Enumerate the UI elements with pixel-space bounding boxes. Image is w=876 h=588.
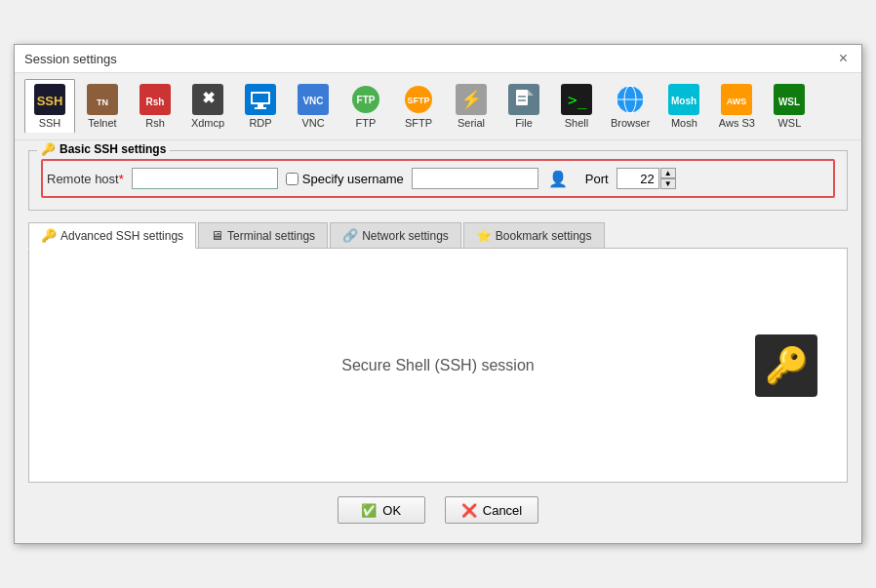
protocol-sftp[interactable]: SFTP SFTP [393, 79, 444, 134]
browser-label: Browser [611, 117, 650, 129]
ssh-label: SSH [39, 117, 61, 129]
port-spinners: ▲ ▼ [660, 168, 676, 189]
rsh-icon: Rsh [139, 84, 171, 115]
protocol-shell[interactable]: >_ Shell [551, 79, 602, 134]
serial-icon: ⚡ [456, 84, 487, 115]
remote-host-label: Remote host* [47, 172, 124, 186]
ok-label: OK [382, 503, 401, 518]
dialog-title: Session settings [24, 52, 117, 66]
protocol-vnc[interactable]: VNC VNC [288, 79, 338, 134]
sub-tabs-container: 🔑 Advanced SSH settings 🖥 Terminal setti… [28, 222, 848, 483]
protocol-browser[interactable]: Browser [604, 79, 657, 134]
shell-icon: >_ [561, 84, 592, 115]
tab-advanced-ssh[interactable]: 🔑 Advanced SSH settings [28, 222, 196, 249]
cancel-icon: ❌ [461, 503, 477, 518]
specify-username-label: Specify username [302, 172, 404, 186]
svg-text:WSL: WSL [778, 97, 800, 107]
protocol-rsh[interactable]: Rsh Rsh [130, 79, 180, 134]
tab-bookmark[interactable]: ⭐ Bookmark settings [463, 222, 605, 248]
vnc-icon: VNC [298, 84, 329, 115]
port-input[interactable] [617, 168, 659, 189]
telnet-icon: TN [87, 84, 118, 115]
wsl-icon: WSL [774, 84, 805, 115]
svg-rect-24 [518, 96, 526, 98]
protocol-mosh[interactable]: Mosh Mosh [658, 79, 709, 134]
xdmcp-label: Xdmcp [191, 117, 224, 129]
protocol-ssh[interactable]: SSH SSH [24, 79, 75, 134]
rdp-label: RDP [249, 117, 271, 129]
mosh-label: Mosh [671, 117, 697, 129]
svg-rect-10 [253, 94, 268, 102]
port-label: Port [585, 172, 609, 186]
shell-label: Shell [565, 117, 588, 129]
file-label: File [515, 117, 533, 129]
protocol-awss3[interactable]: AWS Aws S3 [711, 79, 762, 134]
protocol-telnet[interactable]: TN Telnet [77, 79, 128, 134]
sftp-label: SFTP [405, 117, 432, 129]
remote-host-input[interactable] [132, 168, 278, 189]
session-settings-dialog: Session settings × SSH SSH TN Telnet [14, 44, 862, 544]
basic-settings-row: Remote host* Specify username 👤 Port ▲ ▼ [41, 159, 835, 198]
session-type-label: Secure Shell (SSH) session [341, 357, 534, 374]
ssh-icon: SSH [34, 84, 65, 115]
protocol-file[interactable]: File [498, 79, 549, 134]
protocol-serial[interactable]: ⚡ Serial [446, 79, 497, 134]
protocol-bar: SSH SSH TN Telnet Rsh Rsh [15, 73, 861, 140]
button-row: ✅ OK ❌ Cancel [28, 483, 848, 533]
tab-terminal[interactable]: 🖥 Terminal settings [198, 222, 328, 248]
advanced-ssh-tab-icon: 🔑 [41, 228, 57, 243]
protocol-xdmcp[interactable]: ✖ Xdmcp [182, 79, 233, 134]
tabs-bar: 🔑 Advanced SSH settings 🖥 Terminal setti… [28, 222, 848, 249]
vnc-label: VNC [301, 117, 324, 129]
protocol-ftp[interactable]: FTP FTP [340, 79, 391, 134]
port-input-wrap: ▲ ▼ [617, 168, 676, 189]
ftp-label: FTP [356, 117, 377, 129]
cancel-button[interactable]: ❌ Cancel [445, 496, 538, 524]
sftp-icon: SFTP [403, 84, 434, 115]
tab-network[interactable]: 🔗 Network settings [330, 222, 461, 248]
svg-text:FTP: FTP [357, 95, 376, 105]
xdmcp-icon: ✖ [192, 84, 223, 115]
rdp-icon [245, 84, 276, 115]
cancel-label: Cancel [483, 503, 522, 518]
awss3-label: Aws S3 [719, 117, 755, 129]
tab-content-area: Secure Shell (SSH) session 🔑 [28, 249, 848, 483]
main-content: 🔑 Basic SSH settings Remote host* Specif… [15, 140, 861, 543]
username-input[interactable] [412, 168, 538, 189]
specify-username-checkbox[interactable] [286, 173, 299, 185]
svg-text:VNC: VNC [302, 96, 323, 106]
advanced-ssh-tab-label: Advanced SSH settings [60, 229, 183, 243]
svg-text:Mosh: Mosh [671, 96, 697, 106]
file-icon [508, 84, 539, 115]
telnet-label: Telnet [88, 117, 116, 129]
port-spin-up[interactable]: ▲ [660, 168, 676, 178]
serial-label: Serial [458, 117, 485, 129]
port-spin-down[interactable]: ▼ [660, 178, 676, 189]
specify-username-checkbox-label[interactable]: Specify username [286, 172, 404, 186]
basic-ssh-group-icon: 🔑 [41, 142, 56, 156]
svg-text:Rsh: Rsh [146, 97, 165, 107]
ssh-key-icon: 🔑 [765, 345, 809, 386]
svg-text:AWS: AWS [727, 97, 747, 106]
network-tab-icon: 🔗 [342, 228, 358, 243]
network-tab-label: Network settings [362, 229, 449, 243]
svg-text:SSH: SSH [37, 94, 63, 108]
protocol-rdp[interactable]: RDP [235, 79, 286, 134]
svg-text:TN: TN [97, 98, 108, 107]
ok-icon: ✅ [361, 503, 377, 518]
svg-text:SFTP: SFTP [407, 96, 429, 105]
svg-text:✖: ✖ [202, 90, 215, 106]
title-bar: Session settings × [15, 45, 861, 73]
browser-icon [615, 84, 646, 115]
mosh-icon: Mosh [668, 84, 699, 115]
basic-ssh-group: 🔑 Basic SSH settings Remote host* Specif… [28, 150, 848, 211]
protocol-wsl[interactable]: WSL WSL [764, 79, 815, 134]
bookmark-tab-label: Bookmark settings [496, 229, 592, 243]
rsh-label: Rsh [145, 117, 165, 129]
svg-rect-25 [518, 99, 526, 101]
user-icon-button[interactable]: 👤 [546, 167, 570, 190]
ssh-key-icon-box: 🔑 [755, 334, 817, 397]
wsl-label: WSL [777, 117, 801, 129]
close-button[interactable]: × [835, 51, 852, 66]
ok-button[interactable]: ✅ OK [338, 496, 425, 524]
